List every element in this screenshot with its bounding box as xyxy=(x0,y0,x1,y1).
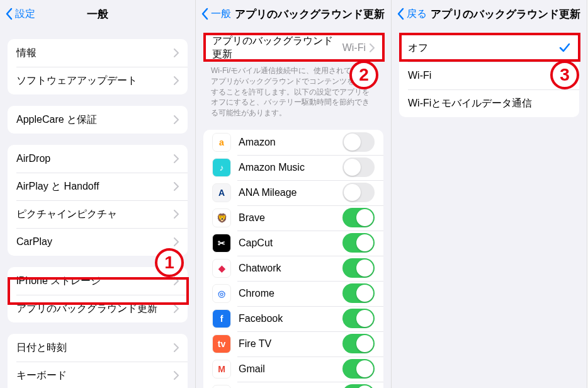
app-name: Fire TV xyxy=(239,338,342,350)
app-row[interactable]: tvFire TV xyxy=(203,331,383,357)
app-icon: M xyxy=(212,360,231,379)
toggle-switch[interactable] xyxy=(342,183,375,202)
back-button[interactable]: 戻る xyxy=(392,8,427,21)
row-label: AirDrop xyxy=(16,153,174,164)
settings-row[interactable]: キーボード xyxy=(8,362,188,388)
settings-row[interactable]: 情報 xyxy=(8,39,188,67)
nav-title: アプリのバックグラウンド更新 xyxy=(235,7,385,21)
app-row[interactable]: fFacebook xyxy=(203,306,383,331)
app-name: Facebook xyxy=(239,313,342,324)
toggle-switch[interactable] xyxy=(342,384,375,388)
app-row[interactable]: ♪Amazon Music xyxy=(203,155,383,180)
app-name: Gmail xyxy=(239,363,342,375)
app-row[interactable]: ✂CapCut xyxy=(203,231,383,256)
app-list-group: aAmazon♪Amazon MusicAANA Mileage🦁Brave✂C… xyxy=(203,130,383,388)
back-label: 一般 xyxy=(211,8,231,21)
settings-row[interactable]: AppleCare と保証 xyxy=(8,106,188,134)
settings-row[interactable]: アプリのバックグラウンド更新 xyxy=(8,295,188,322)
toggle-switch[interactable] xyxy=(342,258,375,278)
settings-row[interactable]: AirPlay と Handoff xyxy=(8,173,188,200)
row-master-setting[interactable]: アプリのバックグラウンド更新 Wi-Fi xyxy=(203,34,383,62)
navbar: 戻る アプリのバックグラウンド更新 xyxy=(392,0,587,28)
options-group: オフWi-FiWi-Fiとモバイルデータ通信 xyxy=(399,34,579,117)
back-button[interactable]: 設定 xyxy=(0,8,35,21)
back-label: 設定 xyxy=(15,8,35,21)
app-name: Chatwork xyxy=(239,263,342,274)
app-name: Amazon Music xyxy=(239,162,342,173)
footer-note: Wi-Fi/モバイル通信接続中に、使用されていないアプリがバックグラウンドでコン… xyxy=(196,62,391,118)
app-name: ANA Mileage xyxy=(239,187,342,198)
row-label: キーボード xyxy=(16,369,174,382)
checkmark-icon xyxy=(559,42,570,54)
row-label: ピクチャインピクチャ xyxy=(16,208,174,221)
option-label: オフ xyxy=(408,42,559,55)
panel-general: 設定 一般 情報ソフトウェアアップデート AppleCare と保証 AirDr… xyxy=(0,0,196,388)
app-icon: ◆ xyxy=(212,259,231,278)
chevron-right-icon xyxy=(174,76,179,85)
chevron-right-icon xyxy=(174,154,179,163)
option-label: Wi-Fi xyxy=(408,70,570,81)
chevron-right-icon xyxy=(174,304,179,313)
settings-row[interactable]: ピクチャインピクチャ xyxy=(8,200,188,228)
master-group: アプリのバックグラウンド更新 Wi-Fi xyxy=(203,34,383,62)
app-row[interactable]: ◆Chatwork xyxy=(203,256,383,281)
chevron-right-icon xyxy=(174,277,179,285)
row-value: Wi-Fi xyxy=(342,42,366,54)
chevron-left-icon xyxy=(397,8,404,20)
app-name: Amazon xyxy=(239,137,342,148)
chevron-right-icon xyxy=(174,182,179,191)
toggle-switch[interactable] xyxy=(342,233,375,253)
chevron-left-icon xyxy=(5,8,13,20)
app-icon: ◎ xyxy=(212,284,231,303)
toggle-switch[interactable] xyxy=(342,359,375,379)
app-name: CapCut xyxy=(239,237,342,249)
row-label: AppleCare と保証 xyxy=(16,113,174,127)
back-button[interactable]: 一般 xyxy=(196,8,231,21)
row-label: AirPlay と Handoff xyxy=(16,180,174,193)
app-icon: a xyxy=(212,133,231,152)
app-name: Chrome xyxy=(239,288,342,299)
chevron-left-icon xyxy=(201,8,208,20)
toggle-switch[interactable] xyxy=(342,208,375,227)
chevron-right-icon xyxy=(174,371,179,380)
toggle-switch[interactable] xyxy=(342,334,375,353)
settings-row[interactable]: iPhone ストレージ xyxy=(8,267,188,295)
row-label: 情報 xyxy=(16,47,174,60)
panel-refresh-options: 戻る アプリのバックグラウンド更新 オフWi-FiWi-Fiとモバイルデータ通信… xyxy=(392,0,587,388)
chevron-right-icon xyxy=(174,115,179,124)
option-row[interactable]: オフ xyxy=(399,34,579,62)
option-row[interactable]: Wi-Fi xyxy=(399,62,579,89)
option-row[interactable]: Wi-Fiとモバイルデータ通信 xyxy=(399,89,579,117)
app-row[interactable]: AANA Mileage xyxy=(203,180,383,205)
app-row[interactable]: 🦁Brave xyxy=(203,205,383,231)
row-label: アプリのバックグラウンド更新 xyxy=(16,302,174,316)
back-label: 戻る xyxy=(407,8,427,21)
settings-row[interactable]: ソフトウェアアップデート xyxy=(8,67,188,94)
settings-row[interactable]: CarPlay xyxy=(8,228,188,256)
app-row[interactable]: aAmazon xyxy=(203,130,383,155)
app-row[interactable]: MGmail xyxy=(203,357,383,382)
nav-title: アプリのバックグラウンド更新 xyxy=(431,7,580,21)
toggle-switch[interactable] xyxy=(342,309,375,328)
chevron-right-icon xyxy=(174,343,179,352)
row-label: アプリのバックグラウンド更新 xyxy=(212,35,342,61)
toggle-switch[interactable] xyxy=(342,132,375,152)
app-name: Brave xyxy=(239,212,342,224)
row-label: ソフトウェアアップデート xyxy=(16,74,174,88)
row-label: 日付と時刻 xyxy=(16,341,174,355)
settings-row[interactable]: 日付と時刻 xyxy=(8,334,188,362)
toggle-switch[interactable] xyxy=(342,283,375,303)
app-icon: 🦁 xyxy=(212,208,231,227)
app-row[interactable]: ◎Chrome xyxy=(203,281,383,306)
app-icon: ♪ xyxy=(212,158,231,177)
app-icon: ✂ xyxy=(212,234,231,253)
toggle-switch[interactable] xyxy=(342,157,375,177)
navbar: 設定 一般 xyxy=(0,0,195,28)
app-icon: f xyxy=(212,309,231,328)
app-row[interactable]: 📍Google Maps xyxy=(203,382,383,388)
option-label: Wi-Fiとモバイルデータ通信 xyxy=(408,97,570,110)
panel-background-refresh: 一般 アプリのバックグラウンド更新 アプリのバックグラウンド更新 Wi-Fi W… xyxy=(196,0,392,388)
navbar: 一般 アプリのバックグラウンド更新 xyxy=(196,0,391,28)
row-label: CarPlay xyxy=(16,236,174,248)
settings-row[interactable]: AirDrop xyxy=(8,145,188,173)
